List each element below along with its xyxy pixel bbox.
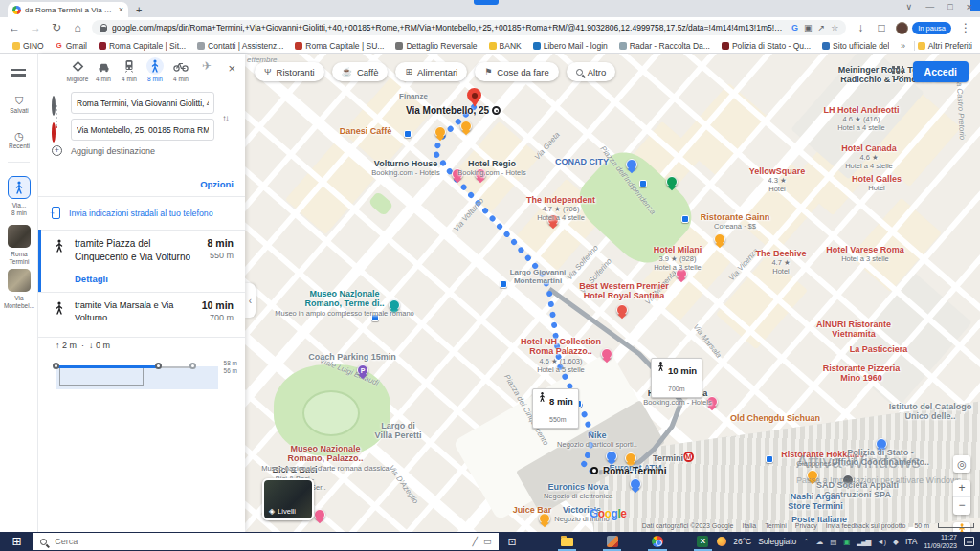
map-poi-label[interactable]: Finanze <box>399 92 428 100</box>
map-poi-label[interactable]: NikeNegozio di articoli sporti.. <box>557 430 637 449</box>
profile-paused-badge[interactable]: In pausa <box>912 22 951 34</box>
start-button[interactable]: ⊞ <box>0 535 33 548</box>
dropbox-icon[interactable]: ◆ <box>893 538 899 546</box>
destination-map-pin[interactable] <box>467 88 481 102</box>
close-button[interactable]: × <box>967 1 972 12</box>
map-poi-label[interactable]: Euronics NovaNegozio di elettronica <box>544 482 612 500</box>
map-poi-label[interactable]: Hotel NH CollectionRoma Palazzo..4.6 ★ (… <box>521 337 601 374</box>
map-chip-altro[interactable]: Altro <box>567 62 616 81</box>
weather-condition[interactable]: Soleggiato <box>758 537 796 546</box>
language-indicator[interactable]: ITA <box>905 537 918 546</box>
menu-icon[interactable]: ⋮ <box>959 21 972 34</box>
map-poi-label[interactable]: The Beehive4.7 ★Hotel <box>755 249 806 276</box>
map-poi-label[interactable]: Hotel Varese RomaHotel a 3 stelle <box>826 245 904 263</box>
maps-app-button[interactable] <box>598 532 626 551</box>
map-poi-label[interactable]: Istituto del CatalogoUnico delle.. <box>889 402 972 422</box>
bookmark-item[interactable]: Roma Capitale | SU... <box>290 41 389 51</box>
map-poi-label[interactable]: Danesi Caffè <box>340 126 392 136</box>
task-view-button[interactable]: ⊡ <box>499 532 526 551</box>
bus-stop-icon[interactable] <box>766 455 773 463</box>
elevation-marker-start[interactable] <box>53 363 59 369</box>
destination-map-label[interactable]: Via Montebello, 25 <box>406 105 501 116</box>
file-explorer-button[interactable] <box>553 532 581 551</box>
map-chip-cose-da-fare[interactable]: ⚑Cose da fare <box>475 62 558 81</box>
downloads-icon[interactable]: ↓ <box>854 21 867 34</box>
rail-thumbnail-via-montebello[interactable] <box>8 269 31 292</box>
map-poi-label[interactable]: Best Western PremierHotel Royal Santina <box>579 281 668 301</box>
bookmark-item[interactable]: Polizia di Stato - Qu... <box>717 41 815 51</box>
destination-input[interactable] <box>71 119 214 141</box>
bookmark-item[interactable]: Roma Capitale | Sit... <box>94 41 190 51</box>
volume-icon[interactable]: ◄) <box>877 538 886 546</box>
my-location-button[interactable]: ◎ <box>953 455 970 473</box>
rail-item-saved[interactable]: ⛉ Salvati <box>0 96 38 114</box>
map-pin[interactable] <box>630 478 641 490</box>
profile-avatar[interactable] <box>896 22 908 34</box>
map-pin[interactable] <box>626 159 637 170</box>
mode-cycling[interactable]: 4 min <box>168 57 193 82</box>
taskbar-search[interactable]: ╱ ▭ <box>33 533 498 550</box>
excel-button[interactable]: X <box>689 532 717 551</box>
mode-transit[interactable]: 4 min <box>117 57 142 82</box>
map-pin[interactable] <box>434 126 446 138</box>
map-poi-label[interactable]: AlNURI RistoranteVietnamita <box>816 320 891 340</box>
route-badge-10min[interactable]: 10 min700m <box>651 358 702 398</box>
attrib-feedback[interactable]: Invia feedback sul prodotto <box>826 522 906 529</box>
tab-search-icon[interactable]: ∨ <box>906 2 913 11</box>
cloud-icon[interactable]: ☁ <box>816 538 824 546</box>
rail-item-recent[interactable]: ◷ Recenti <box>0 131 38 149</box>
chrome-button[interactable] <box>643 532 671 551</box>
layers-control[interactable]: ◈ Livelli <box>262 478 314 520</box>
map-poi-label[interactable]: Museo Naz|onaleRomano, Terme di..Museo i… <box>275 289 413 318</box>
search-input[interactable] <box>53 536 466 547</box>
bus-stop-icon[interactable] <box>681 215 689 223</box>
lock-icon[interactable] <box>100 24 106 32</box>
bookmark-item[interactable]: Contatti | Assistenz... <box>192 41 288 51</box>
map-pin[interactable]: P <box>357 364 368 376</box>
reading-list-icon[interactable]: □ <box>875 21 888 34</box>
origin-map-label[interactable]: Roma-Termini <box>603 466 667 476</box>
clock[interactable]: 11:27 11/09/2023 <box>924 533 957 550</box>
attrib-privacy[interactable]: Privacy <box>795 522 817 529</box>
new-tab-button[interactable]: + <box>136 4 142 15</box>
bus-stop-icon[interactable] <box>404 130 412 138</box>
menu-hamburger-icon[interactable] <box>11 69 26 77</box>
other-bookmarks-label[interactable]: Altri Preferiti <box>928 41 972 51</box>
route-option-1[interactable]: tramite Piazza del Cinquecento e Via Vol… <box>38 230 245 292</box>
back-button[interactable]: ← <box>8 21 21 34</box>
map-pin[interactable] <box>616 304 628 316</box>
bookmark-item[interactable]: Sito ufficiale della R... <box>817 41 889 51</box>
map-chip-alimentari[interactable]: ⊞Alimentari <box>395 62 467 81</box>
route-option-2[interactable]: tramite Via Marsala e Via Volturno 10 mi… <box>38 292 245 334</box>
clipboard-icon[interactable]: ▤ <box>830 538 836 546</box>
metro-station-icon[interactable]: M <box>683 452 694 462</box>
map-poi-label[interactable]: YellowSquare4.3 ★Hotel <box>749 166 806 193</box>
map-poi-label[interactable]: Old Chengdu Sichuan <box>730 413 820 423</box>
map-poi-label[interactable]: Museo NazionaleRomano, Palazzo..Museo na… <box>261 444 390 473</box>
elevation-chart[interactable]: 58 m 56 m <box>56 358 232 390</box>
map-poi-label[interactable]: LH Hotel Andreotti4.6 ★ (416)Hotel a 4 s… <box>823 105 899 132</box>
bookmark-item[interactable]: GGmail <box>51 41 92 51</box>
mode-driving[interactable]: 4 min <box>91 57 116 82</box>
bookmark-star-icon[interactable]: ☆ <box>831 23 838 33</box>
map-poi-label[interactable]: Juice Bar <box>513 505 552 515</box>
map-poi-label[interactable]: Hotel RegioBooking.com - Hotels <box>457 159 525 177</box>
network-icon[interactable]: ▂▄▆ <box>857 538 870 546</box>
send-to-phone-row[interactable]: Invia indicazioni stradali al tuo telefo… <box>38 207 213 219</box>
bookmark-item[interactable]: Libero Mail - login <box>528 41 612 51</box>
swap-icon[interactable]: ↑↓ <box>222 113 228 123</box>
map-pin[interactable] <box>666 176 678 187</box>
share-icon[interactable]: ↗ <box>818 23 826 33</box>
tray-expand-icon[interactable]: ⌃ <box>803 538 809 546</box>
action-center-icon[interactable] <box>964 537 974 546</box>
map-poi-label[interactable]: Ristorante GainnCoreana · $$ <box>701 212 770 231</box>
bus-stop-icon[interactable] <box>639 180 647 187</box>
zoom-out-button[interactable]: − <box>953 497 970 514</box>
attrib-terms[interactable]: Termini <box>765 522 787 529</box>
map-poi-label[interactable]: Hotel Canada4.6 ★Hotel a 4 stelle <box>841 143 897 170</box>
map-poi-label[interactable]: Largo diVilla Peretti <box>375 421 422 441</box>
collapse-panel-button[interactable]: ‹ <box>245 283 256 318</box>
map-poi-label[interactable]: Volturno HouseBooking.com - Hotels <box>371 159 439 177</box>
mode-walking[interactable]: 8 min <box>143 57 167 82</box>
mode-best[interactable]: Migliore <box>65 57 90 82</box>
